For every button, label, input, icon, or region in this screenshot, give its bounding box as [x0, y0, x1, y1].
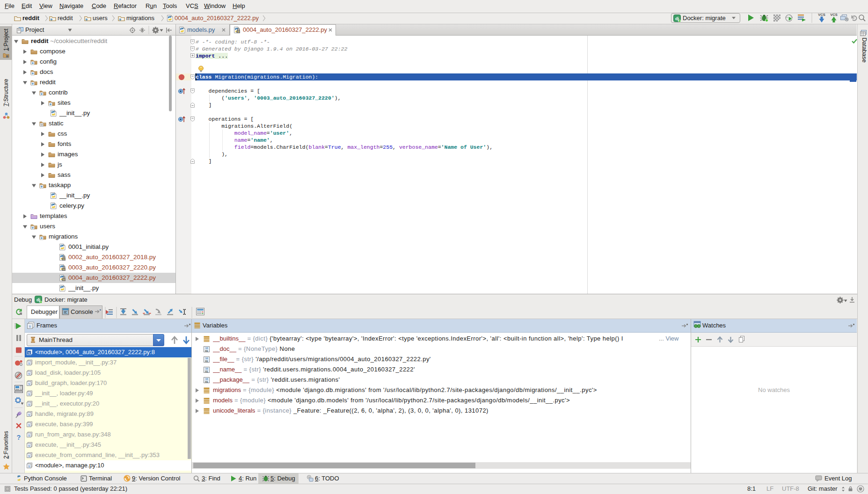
svg-text:VCS: VCS — [830, 13, 837, 17]
svg-text:dj: dj — [36, 298, 40, 302]
svg-text:s: s — [28, 413, 30, 417]
svg-text:VCS: VCS — [818, 13, 825, 17]
svg-text:dj: dj — [675, 16, 679, 21]
svg-text:01: 01 — [205, 360, 208, 363]
svg-text:01: 01 — [205, 380, 208, 383]
svg-text:s: s — [28, 362, 30, 365]
svg-text:s: s — [28, 372, 30, 376]
svg-text:s: s — [28, 392, 30, 396]
svg-text:s: s — [28, 351, 30, 355]
svg-text:s: s — [28, 465, 30, 468]
svg-text:s: s — [28, 444, 30, 448]
svg-text:s: s — [28, 454, 30, 458]
svg-text:01: 01 — [205, 370, 208, 373]
svg-text:s: s — [28, 434, 30, 437]
svg-text:01: 01 — [205, 349, 208, 352]
svg-text:s: s — [28, 423, 30, 427]
svg-text:s: s — [28, 403, 30, 407]
svg-text:?: ? — [17, 434, 21, 441]
svg-text:s: s — [29, 324, 31, 328]
svg-text:s: s — [28, 382, 30, 386]
